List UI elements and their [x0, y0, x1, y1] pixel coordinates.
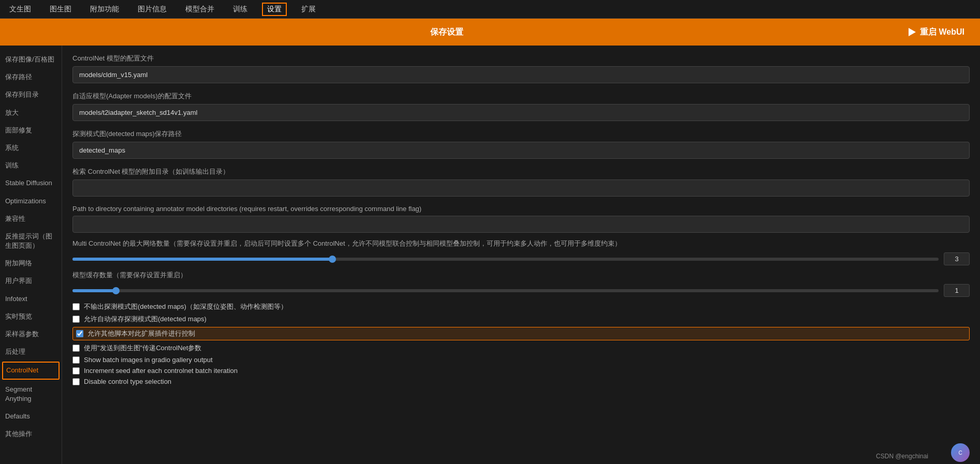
multi-controlnet-track[interactable] [72, 258, 939, 261]
watermark-icon: C [951, 443, 970, 462]
config-label: ControlNet 模型的配置文件 [72, 54, 970, 63]
sidebar-item-live-preview[interactable]: 实时预览 [0, 308, 62, 325]
checkbox-auto-save-input[interactable] [72, 316, 80, 323]
sidebar-item-stable-diffusion[interactable]: Stable Diffusion [0, 174, 62, 192]
menu-train[interactable]: 训练 [229, 3, 252, 16]
menu-extensions[interactable]: 扩展 [297, 3, 320, 16]
detected-maps-input[interactable] [72, 142, 970, 159]
checkbox-allow-script-label: 允许其他脚本对此扩展插件进行控制 [87, 329, 195, 338]
sidebar-item-segment[interactable]: Segment Anything [0, 381, 62, 408]
menu-txt2img[interactable]: 文生图 [5, 3, 35, 16]
checkbox-show-batch-label: Show batch images in gradio gallery outp… [84, 356, 213, 364]
menu-img2img[interactable]: 图生图 [46, 3, 76, 16]
restart-arrow-icon [909, 28, 916, 36]
checkbox-show-batch: Show batch images in gradio gallery outp… [72, 356, 970, 364]
model-cache-container: 模型缓存数量（需要保存设置并重启） 1 [72, 271, 970, 297]
checkbox-send-img2img: 使用"发送到图生图"传递ControlNet参数 [72, 343, 970, 353]
multi-controlnet-value[interactable]: 3 [944, 252, 970, 265]
sidebar-item-defaults[interactable]: Defaults [0, 408, 62, 425]
restart-label: 重启 WebUI [920, 27, 964, 38]
checkbox-no-detected: 不输出探测模式图(detected maps)（如深度位姿图、动作检测图等） [72, 302, 970, 311]
model-cache-value[interactable]: 1 [944, 284, 970, 297]
checkbox-no-detected-input[interactable] [72, 303, 80, 310]
sidebar-item-face-restore[interactable]: 面部修复 [0, 122, 62, 139]
sidebar-item-ui[interactable]: 用户界面 [0, 272, 62, 290]
action-bar: 保存设置 重启 WebUI [0, 19, 980, 46]
model-cache-thumb[interactable] [112, 287, 120, 294]
multi-controlnet-label: Multi ControlNet 的最大网络数量（需要保存设置并重启，启动后可同… [72, 239, 970, 248]
sidebar: 保存图像/百格图 保存路径 保存到目录 放大 面部修复 系统 训练 Stable… [0, 46, 62, 464]
main-layout: 保存图像/百格图 保存路径 保存到目录 放大 面部修复 系统 训练 Stable… [0, 46, 980, 464]
sidebar-item-save-path[interactable]: 保存路径 [0, 68, 62, 86]
checkbox-allow-script-input[interactable] [76, 330, 83, 337]
attribution-text: CSDN @engchinai [876, 453, 928, 460]
checkbox-disable-control-input[interactable] [72, 378, 80, 385]
save-button[interactable]: 保存设置 [0, 19, 893, 46]
model-cache-row: 1 [72, 284, 970, 297]
checkbox-increment-seed-input[interactable] [72, 367, 80, 375]
annotator-dirs-label: Path to directory containing annotator m… [72, 205, 970, 213]
watermark-text: C [958, 450, 962, 456]
sidebar-item-postprocess[interactable]: 后处理 [0, 343, 62, 361]
sidebar-item-infotext[interactable]: Infotext [0, 290, 62, 308]
checkbox-allow-script: 允许其他脚本对此扩展插件进行控制 [72, 327, 970, 340]
restart-button[interactable]: 重启 WebUI [893, 19, 980, 46]
checkbox-increment-seed: Increment seed after each controlnet bat… [72, 367, 970, 375]
top-menu: 文生图 图生图 附加功能 图片信息 模型合并 训练 设置 扩展 [0, 0, 980, 19]
adapter-label: 自适应模型(Adapter models)的配置文件 [72, 92, 970, 101]
sidebar-item-others[interactable]: 其他操作 [0, 425, 62, 443]
checkbox-show-batch-input[interactable] [72, 356, 80, 364]
sidebar-item-optimizations[interactable]: Optimizations [0, 192, 62, 210]
menu-settings[interactable]: 设置 [262, 3, 287, 16]
menu-merge[interactable]: 模型合并 [181, 3, 218, 16]
sidebar-item-save-img[interactable]: 保存图像/百格图 [0, 51, 62, 68]
model-cache-label: 模型缓存数量（需要保存设置并重启） [72, 271, 970, 280]
multi-controlnet-fill [72, 258, 332, 261]
checkbox-auto-save: 允许自动保存探测模式图(detected maps) [72, 315, 970, 324]
multi-controlnet-row: 3 [72, 252, 970, 265]
sidebar-item-sampler[interactable]: 采样器参数 [0, 325, 62, 343]
detected-maps-label: 探测模式图(detected maps)保存路径 [72, 129, 970, 139]
adapter-input[interactable] [72, 104, 970, 121]
sidebar-item-interrogate[interactable]: 反推提示词（图生图页面） [0, 228, 62, 255]
checkbox-increment-seed-label: Increment seed after each controlnet bat… [84, 367, 238, 375]
extra-dirs-input[interactable] [72, 179, 970, 197]
sidebar-item-upscale[interactable]: 放大 [0, 104, 62, 122]
checkbox-disable-control: Disable control type selection [72, 378, 970, 385]
annotator-dirs-input[interactable] [72, 216, 970, 233]
checkbox-no-detected-label: 不输出探测模式图(detected maps)（如深度位姿图、动作检测图等） [84, 302, 287, 311]
menu-imginfo[interactable]: 图片信息 [134, 3, 171, 16]
menu-extras[interactable]: 附加功能 [86, 3, 123, 16]
checkbox-send-img2img-label: 使用"发送到图生图"传递ControlNet参数 [84, 343, 201, 353]
sidebar-item-compatibility[interactable]: 兼容性 [0, 210, 62, 228]
checkbox-disable-control-label: Disable control type selection [84, 378, 171, 385]
sidebar-item-extra-network[interactable]: 附加网络 [0, 255, 62, 272]
multi-controlnet-container: Multi ControlNet 的最大网络数量（需要保存设置并重启，启动后可同… [72, 239, 970, 265]
checkbox-send-img2img-input[interactable] [72, 345, 80, 352]
sidebar-item-controlnet[interactable]: ControlNet [2, 362, 60, 379]
sidebar-item-system[interactable]: 系统 [0, 139, 62, 157]
content-area: ControlNet 模型的配置文件 自适应模型(Adapter models)… [62, 46, 980, 464]
config-input[interactable] [72, 66, 970, 83]
model-cache-track[interactable] [72, 289, 939, 292]
extra-dirs-label: 检索 ControlNet 模型的附加目录（如训练输出目录） [72, 167, 970, 176]
sidebar-item-save-dir[interactable]: 保存到目录 [0, 86, 62, 103]
model-cache-fill [72, 289, 116, 292]
sidebar-item-training[interactable]: 训练 [0, 157, 62, 174]
multi-controlnet-thumb[interactable] [329, 256, 336, 263]
save-label: 保存设置 [430, 27, 463, 38]
checkbox-auto-save-label: 允许自动保存探测模式图(detected maps) [84, 315, 207, 324]
